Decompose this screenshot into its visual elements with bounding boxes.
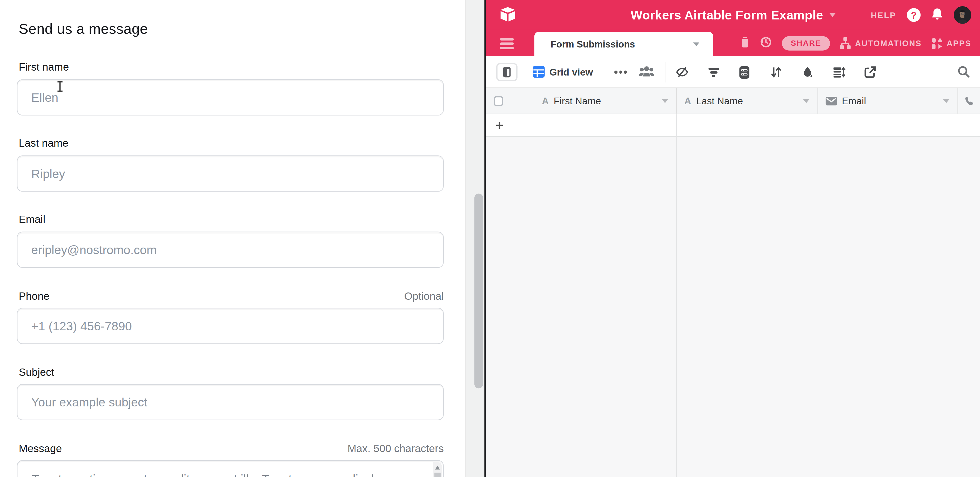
- column-header-last-name[interactable]: A Last Name: [676, 88, 818, 114]
- form-pane-scroll-thumb[interactable]: [474, 193, 483, 388]
- text-field-type-icon: A: [542, 95, 549, 106]
- phone-label: Phone: [19, 290, 49, 303]
- toolbar-divider: [665, 62, 666, 82]
- phone-field[interactable]: [17, 308, 444, 344]
- first-name-input[interactable]: [17, 79, 444, 116]
- view-name[interactable]: Grid view: [549, 56, 593, 88]
- chevron-down-icon[interactable]: [829, 13, 835, 17]
- grid-view-icon: [533, 66, 545, 81]
- automations-icon: [839, 37, 851, 49]
- hamburger-menu-icon[interactable]: [500, 38, 514, 51]
- apps-button[interactable]: APPS: [931, 37, 971, 49]
- base-title[interactable]: Workers Airtable Form Example: [630, 8, 823, 22]
- phone-optional-hint: Optional: [404, 290, 444, 303]
- scroll-up-arrow-icon[interactable]: [435, 466, 440, 469]
- airtable-tabbar: Form Submissions: [486, 30, 980, 56]
- color-icon[interactable]: [801, 66, 815, 81]
- avatar[interactable]: [954, 6, 971, 24]
- collaborators-icon[interactable]: [638, 66, 655, 81]
- email-label: Email: [19, 214, 45, 226]
- automations-button[interactable]: AUTOMATIONS: [839, 37, 921, 49]
- last-name-input[interactable]: [17, 155, 444, 192]
- email-field[interactable]: [17, 232, 444, 268]
- bell-icon[interactable]: [931, 7, 943, 23]
- screenshot-root: Send us a message First name Last name E…: [0, 0, 980, 477]
- trash-icon[interactable]: [740, 36, 750, 51]
- grid-body-empty[interactable]: [486, 137, 980, 477]
- column-header-first-name[interactable]: A First Name: [486, 88, 676, 114]
- email-field-type-icon: [826, 97, 837, 105]
- filter-icon[interactable]: [708, 66, 720, 81]
- message-text: Tenetur optio quaerat expedite vero et i…: [32, 471, 418, 477]
- message-textarea[interactable]: Tenetur optio quaerat expedite vero et i…: [17, 460, 444, 477]
- view-toolbar: Grid view: [486, 56, 980, 88]
- chevron-down-icon[interactable]: [803, 100, 810, 103]
- share-button[interactable]: SHARE: [782, 36, 830, 50]
- message-max-hint: Max. 500 characters: [347, 443, 444, 455]
- text-field-type-icon: A: [684, 95, 691, 106]
- select-all-checkbox[interactable]: [494, 96, 503, 106]
- airtable-pane: Workers Airtable Form Example HELP ?: [486, 0, 980, 477]
- hide-fields-icon[interactable]: [676, 66, 689, 81]
- subject-input[interactable]: [17, 384, 444, 420]
- column-header-phone[interactable]: Phone: [958, 88, 980, 114]
- contact-form-pane: Send us a message First name Last name E…: [0, 0, 465, 477]
- airtable-topbar: Workers Airtable Form Example HELP ?: [486, 0, 980, 30]
- textarea-scrollbar[interactable]: [433, 462, 442, 477]
- question-icon[interactable]: ?: [907, 8, 921, 22]
- text-cursor-ibeam: [57, 81, 62, 92]
- add-record-row[interactable]: +: [486, 114, 980, 137]
- phone-field-type-icon: [964, 96, 975, 106]
- form-pane-scrollbar[interactable]: [465, 0, 485, 477]
- search-icon[interactable]: [958, 66, 970, 81]
- textarea-scroll-thumb[interactable]: [434, 472, 441, 477]
- more-icon[interactable]: [614, 56, 627, 88]
- message-label: Message: [19, 443, 62, 455]
- subject-label: Subject: [19, 366, 54, 379]
- row-height-icon[interactable]: [832, 66, 846, 81]
- grid-column-headers: A First Name A Last Name Email: [486, 88, 980, 114]
- form-title: Send us a message: [19, 21, 148, 37]
- window-divider: [484, 0, 486, 477]
- column-header-email[interactable]: Email: [818, 88, 958, 114]
- help-button[interactable]: HELP: [871, 10, 896, 20]
- add-record-button[interactable]: +: [496, 114, 503, 137]
- chevron-down-icon[interactable]: [693, 42, 699, 46]
- chevron-down-icon[interactable]: [943, 100, 949, 103]
- history-icon[interactable]: [760, 35, 773, 51]
- last-name-label: Last name: [19, 137, 68, 150]
- sort-icon[interactable]: [770, 66, 782, 81]
- group-icon[interactable]: [739, 66, 750, 82]
- table-tab-label: Form Submissions: [550, 39, 693, 49]
- share-view-icon[interactable]: [864, 66, 877, 81]
- first-name-label: First name: [19, 61, 69, 74]
- chevron-down-icon[interactable]: [662, 100, 668, 103]
- tab-form-submissions[interactable]: Form Submissions: [535, 32, 713, 56]
- apps-icon: [931, 37, 943, 49]
- sidebar-toggle-icon: [503, 67, 511, 77]
- view-sidebar-toggle-button[interactable]: [496, 63, 517, 81]
- grid-column-divider: [676, 114, 677, 477]
